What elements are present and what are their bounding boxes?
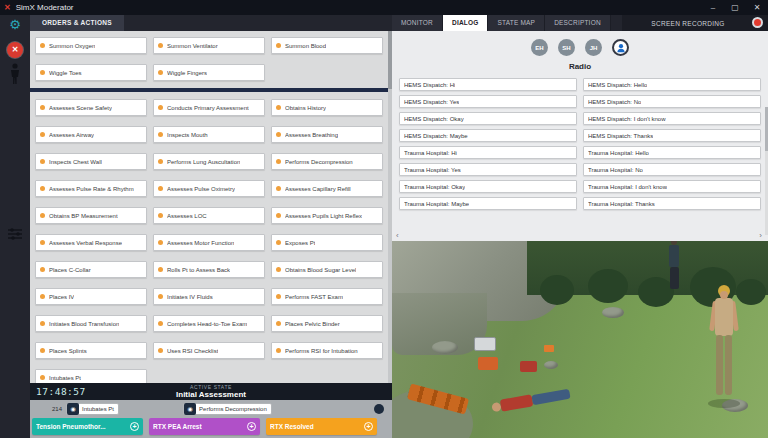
action-status-dot-icon — [276, 159, 281, 164]
order-action-button[interactable]: Performs RSI for Intubation — [271, 342, 383, 359]
state-chip[interactable]: RTX PEA Arrest + — [149, 418, 260, 435]
order-action-button[interactable]: Inspects Mouth — [153, 126, 265, 143]
order-action-button[interactable]: Places IV — [35, 288, 147, 305]
order-action-button[interactable]: Performs Lung Auscultation — [153, 153, 265, 170]
tab-orders-actions[interactable]: ORDERS & ACTIONS — [30, 15, 124, 31]
linked-action-chip[interactable]: ◉ Intubates Pt — [66, 403, 119, 415]
order-action-button[interactable]: Uses RSI Checklist — [153, 342, 265, 359]
order-action-button[interactable]: Inspects Chest Wall — [35, 153, 147, 170]
dialog-line-button[interactable]: Trauma Hospital: I don't know — [583, 180, 761, 193]
avatar-button[interactable]: JH — [585, 39, 602, 56]
order-action-button[interactable]: Places Splints — [35, 342, 147, 359]
order-action-button[interactable]: Places C-Collar — [35, 261, 147, 278]
order-action-button[interactable]: Obtains BP Measurement — [35, 207, 147, 224]
order-action-button[interactable]: Summon Oxygen — [35, 37, 147, 54]
order-action-button[interactable]: Rolls Pt to Assess Back — [153, 261, 265, 278]
controls-sliders-icon[interactable] — [7, 227, 23, 241]
order-action-button[interactable]: Conducts Primary Assessment — [153, 99, 265, 116]
dialog-line-button[interactable]: HEMS Dispatch: No — [583, 95, 761, 108]
titlebar: ✕ SimX Moderator – ▢ ✕ — [0, 0, 768, 15]
scroll-left-icon[interactable]: ‹ — [396, 232, 399, 240]
sidebar: ⚙ ✕ — [0, 15, 30, 438]
record-button[interactable] — [752, 17, 763, 28]
action-status-dot-icon — [158, 213, 163, 218]
order-action-button[interactable]: Assesses Capillary Refill — [271, 180, 383, 197]
dialog-line-button[interactable]: Trauma Hospital: Maybe — [399, 197, 577, 210]
order-action-button[interactable]: Assesses Airway — [35, 126, 147, 143]
maximize-button[interactable]: ▢ — [724, 0, 746, 15]
patient-legs — [531, 389, 570, 405]
dialog-line-button[interactable]: Trauma Hospital: Okay — [399, 180, 577, 193]
action-label: Places C-Collar — [49, 267, 91, 273]
active-state: ACTIVE STATE Initial Assessment — [30, 384, 392, 399]
action-status-dot-icon — [158, 294, 163, 299]
dialog-line-button[interactable]: Trauma Hospital: No — [583, 163, 761, 176]
tabbar: ORDERS & ACTIONS MONITOR DIALOG STATE MA… — [0, 15, 768, 31]
scroll-right-icon[interactable]: › — [759, 232, 762, 240]
tab-dialog[interactable]: DIALOG — [443, 15, 488, 31]
action-label: Assesses LOC — [167, 213, 207, 219]
scene-tree — [540, 275, 574, 305]
dialog-line-button[interactable]: HEMS Dispatch: Hello — [583, 78, 761, 91]
avatar-button[interactable]: SH — [558, 39, 575, 56]
order-action-button[interactable]: Places Pelvic Binder — [271, 315, 383, 332]
statemap-states-row: Tension Pneumothor... + RTX PEA Arrest +… — [32, 418, 377, 435]
scene-red-equipment — [520, 361, 537, 372]
state-chip-add-icon: + — [247, 422, 256, 431]
order-action-button[interactable]: Performs Decompression — [271, 153, 383, 170]
order-action-button[interactable]: Summon Ventilator — [153, 37, 265, 54]
tab-state-map[interactable]: STATE MAP — [488, 15, 545, 31]
dialog-line-button[interactable]: HEMS Dispatch: Maybe — [399, 129, 577, 142]
patient-model-icon[interactable] — [7, 63, 23, 85]
dialog-line-label: HEMS Dispatch: Okay — [404, 116, 464, 122]
order-action-button[interactable]: Assesses Verbal Response — [35, 234, 147, 251]
tab-monitor[interactable]: MONITOR — [392, 15, 443, 31]
scene-patient — [490, 380, 579, 428]
dialog-line-button[interactable]: HEMS Dispatch: Okay — [399, 112, 577, 125]
order-action-button[interactable]: Summon Blood — [271, 37, 383, 54]
order-action-button[interactable]: Assesses LOC — [153, 207, 265, 224]
action-label: Assesses Breathing — [285, 132, 338, 138]
order-action-button[interactable]: Assesses Scene Safety — [35, 99, 147, 116]
action-status-dot-icon — [276, 348, 281, 353]
avatar-button[interactable]: EH — [531, 39, 548, 56]
screen-recording-label: SCREEN RECORDING — [651, 20, 724, 27]
tab-description[interactable]: DESCRIPTION — [545, 15, 611, 31]
dialog-line-button[interactable]: Trauma Hospital: Yes — [399, 163, 577, 176]
order-action-button[interactable]: Wiggle Toes — [35, 64, 147, 81]
order-action-button[interactable]: Assesses Pulse Rate & Rhythm — [35, 180, 147, 197]
order-action-button[interactable]: Assesses Motor Function — [153, 234, 265, 251]
order-action-button[interactable]: Initiates IV Fluids — [153, 288, 265, 305]
dialog-line-label: HEMS Dispatch: Thanks — [588, 133, 653, 139]
order-action-button[interactable]: Intubates Pt — [35, 369, 147, 383]
simulation-viewport[interactable] — [392, 241, 768, 438]
dialog-line-button[interactable]: Trauma Hospital: Hi — [399, 146, 577, 159]
order-action-button[interactable]: Obtains Blood Sugar Level — [271, 261, 383, 278]
state-chip[interactable]: Tension Pneumothor... + — [32, 418, 143, 435]
linked-action-chip[interactable]: ◉ Performs Decompression — [183, 403, 272, 415]
close-button[interactable]: ✕ — [746, 0, 768, 15]
order-action-button[interactable]: Performs FAST Exam — [271, 288, 383, 305]
minimize-button[interactable]: – — [702, 0, 724, 15]
dialog-line-button[interactable]: HEMS Dispatch: I don't know — [583, 112, 761, 125]
state-chip[interactable]: RTX Resolved + — [266, 418, 377, 435]
order-action-button[interactable]: Assesses Pupils Light Reflex — [271, 207, 383, 224]
action-label: Performs RSI for Intubation — [285, 348, 358, 354]
order-action-button[interactable]: Obtains History — [271, 99, 383, 116]
order-action-button[interactable]: Wiggle Fingers — [153, 64, 265, 81]
order-action-button[interactable]: Assesses Breathing — [271, 126, 383, 143]
dialog-line-button[interactable]: HEMS Dispatch: Yes — [399, 95, 577, 108]
order-action-button[interactable]: Initiates Blood Transfusion — [35, 315, 147, 332]
dialog-line-button[interactable]: HEMS Dispatch: Hi — [399, 78, 577, 91]
order-action-button[interactable]: Assesses Pulse Oximetry — [153, 180, 265, 197]
dialog-line-button[interactable]: Trauma Hospital: Hello — [583, 146, 761, 159]
session-close-icon[interactable]: ✕ — [7, 42, 23, 58]
avatar-selected-button[interactable] — [612, 39, 629, 56]
action-status-dot-icon — [40, 294, 45, 299]
order-action-button[interactable]: Exposes Pt — [271, 234, 383, 251]
gear-icon[interactable]: ⚙ — [0, 15, 30, 35]
dialog-line-button[interactable]: HEMS Dispatch: Thanks — [583, 129, 761, 142]
statemap-node-icon[interactable] — [374, 404, 384, 414]
dialog-line-button[interactable]: Trauma Hospital: Thanks — [583, 197, 761, 210]
order-action-button[interactable]: Completes Head-to-Toe Exam — [153, 315, 265, 332]
